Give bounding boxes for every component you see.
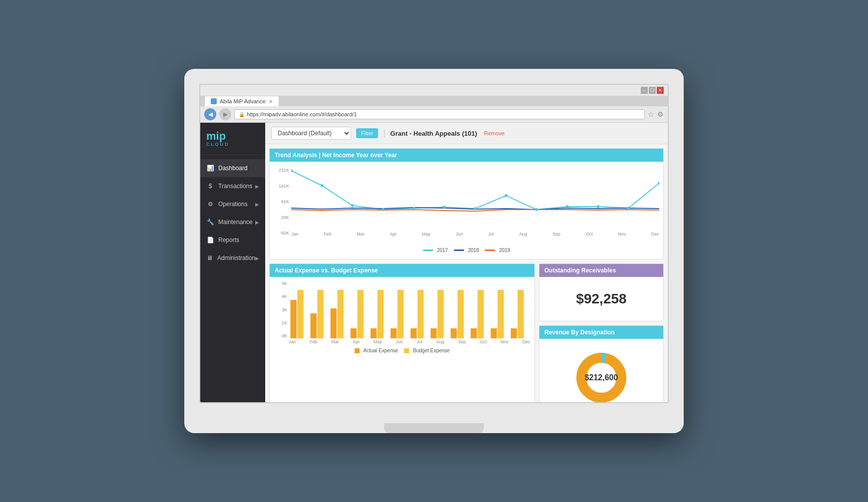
svg-rect-43 <box>490 328 496 338</box>
sidebar-item-administration[interactable]: 🖥 Administration ▶ <box>200 249 265 267</box>
sidebar-item-dashboard[interactable]: 📊 Dashboard <box>200 159 265 177</box>
logo-mip-text: mip <box>206 131 259 142</box>
trend-x-mar: Mar <box>357 232 365 237</box>
trend-x-oct: Oct <box>586 232 593 237</box>
trend-x-apr: Apr <box>390 232 397 237</box>
svg-rect-46 <box>517 290 523 338</box>
svg-rect-29 <box>351 328 357 338</box>
svg-point-8 <box>382 208 385 211</box>
svg-point-12 <box>504 194 507 197</box>
svg-rect-25 <box>311 313 317 338</box>
maintenance-arrow-icon: ▶ <box>255 220 259 225</box>
dashboard-select[interactable]: Dashboard (Default) <box>271 127 351 140</box>
laptop-wrapper: ─ ☐ ✕ Abila MiP Advance ✕ ◀ ▶ 🔒 https://… <box>184 69 684 433</box>
close-button[interactable]: ✕ <box>657 87 664 94</box>
svg-point-13 <box>535 208 538 211</box>
trend-x-jun: Jun <box>455 232 463 237</box>
sidebar-nav: 📊 Dashboard $ Transactions ▶ ⚙ Operation… <box>200 155 265 402</box>
legend-budget: Budget Expense <box>404 348 449 353</box>
sidebar-label-maintenance: Maintenance <box>218 219 255 226</box>
transactions-arrow-icon: ▶ <box>255 184 259 189</box>
filter-button[interactable]: Filter <box>356 128 378 138</box>
legend-2019: 2019 <box>485 248 510 253</box>
forward-button[interactable]: ▶ <box>219 108 231 120</box>
svg-rect-24 <box>297 290 303 338</box>
trend-chart-body: 231K 161K 91K 20K -50K <box>270 162 663 259</box>
sidebar-label-dashboard: Dashboard <box>218 165 259 172</box>
svg-rect-23 <box>290 300 296 338</box>
expense-chart-header: Actual Expense vs. Budget Expense <box>270 264 534 277</box>
trend-y-label-3: 91K <box>274 199 289 204</box>
tab-bar: Abila MiP Advance ✕ <box>200 96 668 106</box>
address-bar[interactable]: 🔒 https://mipadv.abilaonline.com/#/dashb… <box>234 109 645 119</box>
sidebar-item-reports[interactable]: 📄 Reports <box>200 231 265 249</box>
svg-rect-30 <box>358 290 364 338</box>
trend-x-nov: Nov <box>618 232 626 237</box>
trend-y-label-2: 161K <box>274 184 289 189</box>
sidebar-item-maintenance[interactable]: 🔧 Maintenance ▶ <box>200 213 265 231</box>
administration-icon: 🖥 <box>206 254 213 262</box>
browser-chrome: ─ ☐ ✕ Abila MiP Advance ✕ ◀ ▶ 🔒 https://… <box>200 85 668 123</box>
legend-2017: 2017 <box>423 248 448 253</box>
svg-rect-40 <box>457 290 463 338</box>
laptop-base <box>384 423 484 433</box>
expense-legend: Actual Expense Budget Expense <box>274 346 530 355</box>
app-container: mip CLOUD 📊 Dashboard $ Transactions ▶ ⚙ <box>200 123 668 402</box>
minimize-button[interactable]: ─ <box>641 87 648 94</box>
svg-point-11 <box>474 207 477 210</box>
svg-rect-31 <box>371 328 377 338</box>
right-panels: Outstanding Receivables $92,258 Revenue … <box>539 263 664 402</box>
sidebar-logo: mip CLOUD <box>200 123 265 155</box>
legend-2019-label: 2019 <box>499 248 510 253</box>
trend-x-feb: Feb <box>324 232 332 237</box>
svg-rect-34 <box>398 290 404 338</box>
receivables-header: Outstanding Receivables <box>539 264 663 277</box>
legend-2018: 2018 <box>454 248 479 253</box>
bookmark-icon[interactable]: ☆ <box>648 110 654 118</box>
svg-rect-44 <box>497 290 503 338</box>
url-text: https://mipadv.abilaonline.com/#/dashboa… <box>247 111 357 117</box>
bottom-row: Actual Expense vs. Budget Expense 5K 4K … <box>269 263 664 402</box>
expense-chart-body: 5K 4K 3K 1K 0K <box>270 277 534 359</box>
exp-y-3k: 3K <box>274 307 287 312</box>
legend-actual-label: Actual Expense <box>364 348 399 353</box>
receivables-panel: Outstanding Receivables $92,258 <box>539 263 664 321</box>
legend-2017-label: 2017 <box>437 248 448 253</box>
laptop-screen: ─ ☐ ✕ Abila MiP Advance ✕ ◀ ▶ 🔒 https://… <box>199 84 669 403</box>
back-button[interactable]: ◀ <box>204 108 216 120</box>
svg-rect-36 <box>418 290 424 338</box>
administration-arrow-icon: ▶ <box>255 255 259 261</box>
svg-rect-27 <box>331 308 337 338</box>
exp-y-5k: 5K <box>274 281 287 286</box>
operations-icon: ⚙ <box>206 200 214 208</box>
svg-point-14 <box>566 205 569 208</box>
receivables-value: $92,258 <box>543 281 659 317</box>
trend-legend: 2017 2018 2019 <box>274 246 659 255</box>
settings-icon[interactable]: ⚙ <box>657 110 664 118</box>
tab-close-icon[interactable]: ✕ <box>269 99 273 104</box>
trend-x-dec: Dec <box>651 232 659 237</box>
svg-rect-41 <box>470 328 476 338</box>
svg-rect-45 <box>511 328 517 338</box>
trend-y-label-5: -50K <box>274 231 289 236</box>
grant-label: Grant - Health Appeals (101) <box>391 130 477 137</box>
revenue-value: $212,600 <box>585 373 618 382</box>
sidebar-item-operations[interactable]: ⚙ Operations ▶ <box>200 195 265 213</box>
svg-point-15 <box>597 205 600 208</box>
trend-x-may: May <box>422 232 431 237</box>
revenue-header: Revenue By Designation <box>539 326 663 339</box>
maximize-button[interactable]: ☐ <box>649 87 656 94</box>
sidebar-item-transactions[interactable]: $ Transactions ▶ <box>200 177 265 195</box>
top-bar: Dashboard (Default) Filter | Grant - Hea… <box>265 123 668 144</box>
remove-link[interactable]: Remove <box>484 130 504 136</box>
exp-y-1k: 1K <box>274 320 287 325</box>
revenue-panel: Revenue By Designation <box>539 325 664 402</box>
exp-y-4k: 4K <box>274 294 287 299</box>
svg-rect-35 <box>411 328 417 338</box>
trend-analysis-panel: Trend Analysis | Net Income Year over Ye… <box>269 148 664 259</box>
browser-tab[interactable]: Abila MiP Advance ✕ <box>204 96 279 106</box>
trend-y-label-4: 20K <box>274 215 289 220</box>
svg-rect-38 <box>437 290 443 338</box>
separator: | <box>383 129 385 138</box>
donut-container: $212,600 <box>543 343 659 402</box>
